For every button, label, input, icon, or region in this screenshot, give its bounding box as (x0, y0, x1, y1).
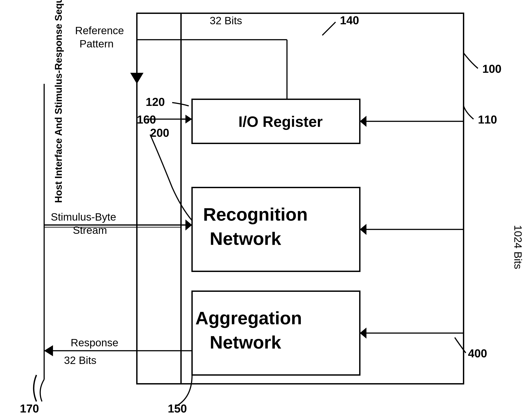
label-reference-pattern: Reference (75, 25, 124, 36)
label-aggregation-network-1: Aggregation (195, 308, 302, 328)
label-host-interface: Host Interface And Stimulus-Response Seq… (53, 0, 64, 203)
svg-marker-7 (360, 116, 366, 127)
label-32bits-top: 32 Bits (210, 15, 242, 26)
ref-170: 170 (20, 402, 39, 415)
label-32bits-bottom: 32 Bits (64, 354, 97, 366)
diagram: 100 110 32 Bits 140 Reference Pattern I/… (0, 0, 532, 418)
svg-marker-13 (360, 327, 366, 339)
label-stream: Stream (73, 224, 107, 236)
label-response: Response (71, 337, 118, 348)
label-io-register: I/O Register (238, 113, 323, 130)
ref-400: 400 (468, 347, 487, 360)
label-stimulus-byte: Stimulus-Byte (51, 211, 116, 223)
label-1024-bits: 1024 Bits (512, 225, 524, 269)
svg-marker-15 (44, 345, 53, 356)
ref-140: 140 (340, 14, 359, 27)
ref-110: 110 (478, 113, 497, 126)
ref-150: 150 (168, 402, 187, 415)
label-recognition-network-1: Recognition (203, 204, 308, 224)
ref-200: 200 (150, 126, 169, 139)
label-recognition-network-2: Network (210, 229, 281, 249)
svg-marker-5 (130, 73, 144, 84)
ref-100: 100 (482, 62, 502, 75)
ref-120: 120 (146, 95, 165, 108)
label-pattern: Pattern (79, 38, 114, 50)
label-aggregation-network-2: Network (210, 332, 281, 352)
svg-marker-11 (360, 224, 366, 235)
